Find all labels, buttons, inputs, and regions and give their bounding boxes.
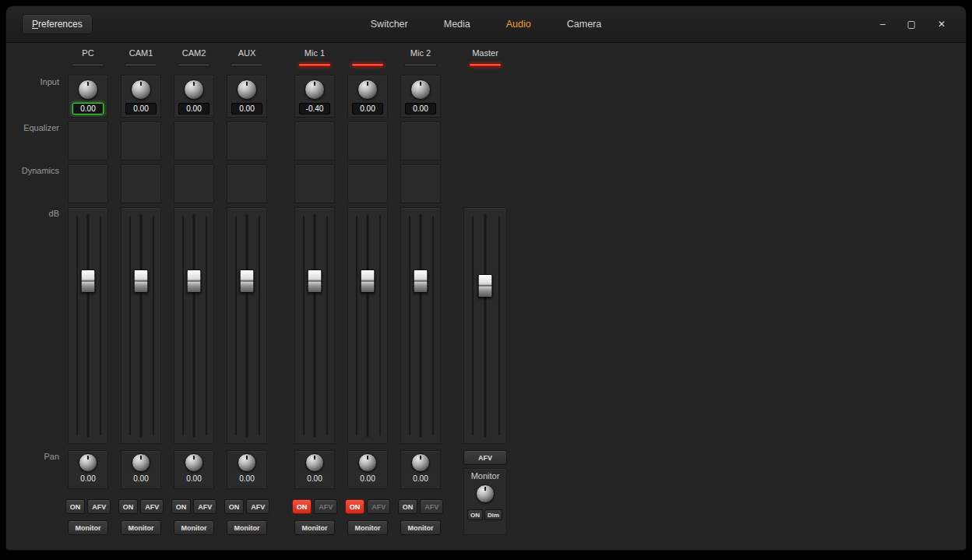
input-gain-knob[interactable] xyxy=(131,79,151,100)
preferences-button[interactable]: Preferences xyxy=(22,14,93,34)
on-button[interactable]: ON xyxy=(65,499,86,514)
input-gain-knob[interactable] xyxy=(78,79,98,100)
input-gain-value[interactable]: 0.00 xyxy=(125,103,157,114)
fader-handle[interactable] xyxy=(81,269,96,293)
fader-track[interactable] xyxy=(140,214,143,437)
monitor-button[interactable]: Monitor xyxy=(400,520,441,535)
on-button[interactable]: ON xyxy=(345,499,365,514)
on-button[interactable]: ON xyxy=(398,499,418,514)
dynamics-panel[interactable] xyxy=(174,164,214,203)
afv-button[interactable]: AFV xyxy=(420,499,443,514)
close-icon[interactable]: ✕ xyxy=(938,19,946,29)
pan-knob[interactable] xyxy=(411,453,430,472)
minimize-icon[interactable]: – xyxy=(880,19,886,29)
pan-section[interactable]: 0.00 xyxy=(121,450,161,489)
input-gain-knob[interactable] xyxy=(305,79,325,100)
meter-groove-right xyxy=(432,216,434,435)
fader-track[interactable] xyxy=(484,214,487,437)
dynamics-panel[interactable] xyxy=(68,164,108,203)
equalizer-panel[interactable] xyxy=(400,122,441,160)
input-gain-section[interactable]: 0.00 xyxy=(347,75,388,118)
input-gain-value[interactable]: 0.00 xyxy=(72,103,104,114)
input-gain-section[interactable]: 0.00 xyxy=(400,75,441,118)
afv-button[interactable]: AFV xyxy=(140,499,164,514)
on-button[interactable]: ON xyxy=(224,499,245,514)
dynamics-panel[interactable] xyxy=(227,164,267,203)
on-button[interactable]: ON xyxy=(171,499,192,514)
fader-handle[interactable] xyxy=(414,269,428,293)
monitor-button[interactable]: Monitor xyxy=(68,520,108,535)
input-gain-section[interactable]: 0.00 xyxy=(227,75,267,118)
input-gain-value[interactable]: 0.00 xyxy=(231,103,262,114)
channel-label: PC xyxy=(82,48,93,59)
fader-handle[interactable] xyxy=(134,269,149,293)
monitor-button[interactable]: Monitor xyxy=(174,520,214,535)
master-afv-button[interactable]: AFV xyxy=(463,450,507,465)
dynamics-panel[interactable] xyxy=(400,164,441,203)
fader-handle[interactable] xyxy=(240,269,255,293)
pan-knob[interactable] xyxy=(305,453,324,472)
fader-track[interactable] xyxy=(87,214,90,437)
monitor-button[interactable]: Monitor xyxy=(121,520,161,535)
fader-track[interactable] xyxy=(246,214,248,437)
dynamics-panel[interactable] xyxy=(121,164,161,203)
input-gain-knob[interactable] xyxy=(357,79,378,100)
afv-button[interactable]: AFV xyxy=(193,499,217,514)
pan-knob[interactable] xyxy=(238,453,256,472)
fader-track[interactable] xyxy=(193,214,195,437)
input-gain-section[interactable]: 0.00 xyxy=(121,75,161,118)
afv-button[interactable]: AFV xyxy=(367,499,390,514)
afv-button[interactable]: AFV xyxy=(87,499,111,514)
input-gain-value[interactable]: -0.40 xyxy=(299,103,330,114)
dynamics-panel[interactable] xyxy=(294,164,335,203)
equalizer-panel[interactable] xyxy=(68,122,108,160)
monitor-button[interactable]: Monitor xyxy=(294,520,335,535)
pan-knob[interactable] xyxy=(132,453,150,472)
input-gain-knob[interactable] xyxy=(237,79,257,100)
on-button[interactable]: ON xyxy=(118,499,139,514)
pan-knob[interactable] xyxy=(358,453,377,472)
tab-media[interactable]: Media xyxy=(444,19,470,30)
tab-camera[interactable]: Camera xyxy=(567,19,601,30)
monitor-button[interactable]: Monitor xyxy=(347,520,388,535)
on-button[interactable]: ON xyxy=(292,499,312,514)
equalizer-panel[interactable] xyxy=(121,122,161,160)
pan-knob[interactable] xyxy=(79,453,97,472)
tab-switcher[interactable]: Switcher xyxy=(371,19,408,30)
master-fader-handle[interactable] xyxy=(478,274,493,298)
monitor-volume-knob[interactable] xyxy=(476,484,495,503)
fader-handle[interactable] xyxy=(308,269,322,293)
fader-handle[interactable] xyxy=(187,269,202,293)
maximize-icon[interactable]: ▢ xyxy=(907,19,916,29)
afv-button[interactable]: AFV xyxy=(246,499,269,514)
monitor-on-button[interactable]: ON xyxy=(467,509,483,520)
input-gain-knob[interactable] xyxy=(410,79,431,100)
fader-track[interactable] xyxy=(314,214,316,437)
monitor-dim-button[interactable]: Dim xyxy=(484,509,502,520)
input-gain-section[interactable]: 0.00 xyxy=(174,75,214,118)
fader-track[interactable] xyxy=(420,214,422,437)
equalizer-panel[interactable] xyxy=(227,122,267,160)
input-gain-value[interactable]: 0.00 xyxy=(352,103,383,114)
equalizer-panel[interactable] xyxy=(174,122,214,160)
monitor-button[interactable]: Monitor xyxy=(227,520,267,535)
equalizer-panel[interactable] xyxy=(347,122,388,160)
fader-track[interactable] xyxy=(367,214,369,437)
pan-section[interactable]: 0.00 xyxy=(174,450,214,489)
input-gain-value[interactable]: 0.00 xyxy=(178,103,210,114)
pan-section[interactable]: 0.00 xyxy=(68,450,108,489)
pan-section[interactable]: 0.00 xyxy=(294,450,335,489)
tab-audio[interactable]: Audio xyxy=(506,19,531,30)
dynamics-panel[interactable] xyxy=(347,164,388,203)
pan-knob[interactable] xyxy=(185,453,203,472)
pan-section[interactable]: 0.00 xyxy=(400,450,441,489)
pan-section[interactable]: 0.00 xyxy=(347,450,388,489)
equalizer-panel[interactable] xyxy=(294,122,335,160)
pan-section[interactable]: 0.00 xyxy=(227,450,267,489)
input-gain-knob[interactable] xyxy=(184,79,204,100)
input-gain-section[interactable]: 0.00 xyxy=(68,75,108,118)
afv-button[interactable]: AFV xyxy=(314,499,337,514)
fader-handle[interactable] xyxy=(361,269,375,293)
input-gain-value[interactable]: 0.00 xyxy=(405,103,436,114)
input-gain-section[interactable]: -0.40 xyxy=(294,75,335,118)
